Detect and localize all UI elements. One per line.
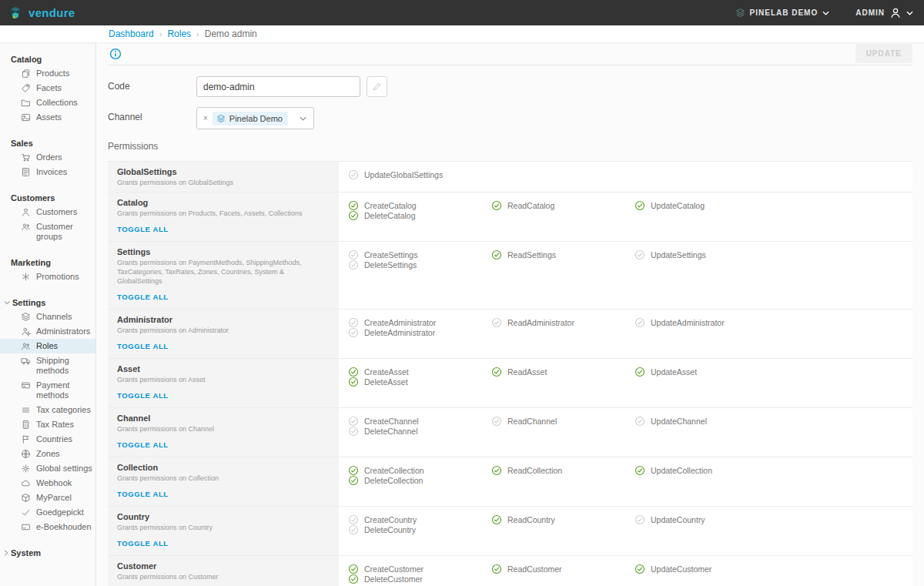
sidebar-section-header-system[interactable]: System bbox=[0, 546, 95, 560]
sidebar-item-facets[interactable]: Facets bbox=[0, 81, 95, 95]
permission-checkbox-readadministrator[interactable]: ReadAdministrator bbox=[491, 318, 634, 328]
permission-checkbox-createadministrator[interactable]: CreateAdministrator bbox=[348, 318, 491, 328]
select-caret-icon bbox=[300, 116, 306, 121]
toggle-all-button[interactable]: TOGGLE ALL bbox=[117, 293, 169, 301]
permission-checkbox-updatesettings[interactable]: UpdateSettings bbox=[634, 250, 778, 260]
permission-checkbox-updatecountry[interactable]: UpdateCountry bbox=[634, 515, 778, 525]
sidebar-item-shipping-methods[interactable]: Shipping methods bbox=[0, 353, 95, 378]
permission-checkbox-label: ReadAsset bbox=[507, 367, 547, 377]
sidebar-item-tax-categories[interactable]: Tax categories bbox=[0, 403, 95, 417]
sidebar-item-roles[interactable]: Roles bbox=[0, 339, 95, 353]
circle-check-icon bbox=[348, 377, 359, 387]
edit-code-button[interactable] bbox=[367, 76, 387, 97]
permission-checkbox-updatechannel[interactable]: UpdateChannel bbox=[634, 417, 778, 427]
remove-channel-icon[interactable]: × bbox=[201, 113, 210, 123]
permission-checkbox-createcatalog[interactable]: CreateCatalog bbox=[348, 201, 491, 211]
breadcrumb: Dashboard › Roles › Demo admin bbox=[0, 25, 924, 42]
permission-checkbox-updateasset[interactable]: UpdateAsset bbox=[634, 367, 778, 377]
permission-checkbox-createsettings[interactable]: CreateSettings bbox=[348, 250, 491, 260]
update-button[interactable]: UPDATE bbox=[855, 44, 912, 63]
vendure-logo[interactable]: vendure bbox=[8, 5, 75, 21]
breadcrumb-roles[interactable]: Roles bbox=[167, 28, 191, 39]
permission-checkbox-readsettings[interactable]: ReadSettings bbox=[491, 250, 634, 260]
sidebar-item-assets[interactable]: Assets bbox=[0, 110, 95, 125]
permission-checkbox-deletecollection[interactable]: DeleteCollection bbox=[348, 476, 491, 486]
sidebar-item-global-settings[interactable]: Global settings bbox=[0, 461, 95, 476]
permission-row-settings: SettingsGrants permissions on PaymentMet… bbox=[108, 242, 912, 310]
permission-checkbox-readcountry[interactable]: ReadCountry bbox=[491, 515, 634, 525]
sidebar-item-e-boekhouden[interactable]: e-Boekhouden bbox=[0, 520, 95, 534]
permission-checkbox-deleteasset[interactable]: DeleteAsset bbox=[348, 377, 491, 387]
permission-checkbox-readchannel[interactable]: ReadChannel bbox=[491, 417, 634, 427]
chevron-down-icon bbox=[4, 300, 10, 305]
permission-checkbox-readasset[interactable]: ReadAsset bbox=[491, 367, 634, 377]
permission-checkbox-createcustomer[interactable]: CreateCustomer bbox=[348, 564, 491, 574]
channel-chip: Pinelab Demo bbox=[213, 112, 288, 126]
toggle-all-button[interactable]: TOGGLE ALL bbox=[117, 225, 169, 233]
permission-checkbox-readcollection[interactable]: ReadCollection bbox=[491, 466, 634, 476]
permission-checkbox-deleteadministrator[interactable]: DeleteAdministrator bbox=[348, 328, 491, 338]
permission-description: Grants permissions on PaymentMethods, Sh… bbox=[117, 258, 330, 286]
circle-check-icon bbox=[348, 514, 359, 525]
permission-checkbox-deletecustomer[interactable]: DeleteCustomer bbox=[348, 574, 491, 584]
permission-checkbox-deletesettings[interactable]: DeleteSettings bbox=[348, 260, 491, 270]
toggle-all-button[interactable]: TOGGLE ALL bbox=[117, 391, 169, 400]
permission-checkbox-createchannel[interactable]: CreateChannel bbox=[348, 417, 491, 427]
permission-checkbox-createcountry[interactable]: CreateCountry bbox=[348, 515, 491, 525]
user-gear-icon bbox=[21, 326, 31, 337]
sidebar-item-promotions[interactable]: Promotions bbox=[0, 270, 95, 284]
permission-checkbox-updateglobalsettings[interactable]: UpdateGlobalSettings bbox=[348, 170, 491, 180]
breadcrumb-separator: › bbox=[159, 29, 162, 39]
sidebar-item-countries[interactable]: Countries bbox=[0, 432, 95, 447]
toggle-all-button[interactable]: TOGGLE ALL bbox=[117, 440, 169, 449]
permission-row-administrator: AdministratorGrants permissions on Admin… bbox=[108, 310, 912, 359]
sidebar-item-administrators[interactable]: Administrators bbox=[0, 324, 95, 339]
sidebar-item-orders[interactable]: Orders bbox=[0, 150, 95, 165]
permission-row-collection: CollectionGrants permissions on Collecti… bbox=[108, 457, 912, 507]
sidebar-item-webhook[interactable]: Webhook bbox=[0, 476, 95, 491]
user-avatar-icon bbox=[889, 7, 902, 19]
user-menu[interactable]: ADMIN bbox=[855, 7, 913, 19]
sidebar-item-invoices[interactable]: Invoices bbox=[0, 165, 95, 179]
permission-checkbox-deletechannel[interactable]: DeleteChannel bbox=[348, 427, 491, 437]
sidebar-item-collections[interactable]: Collections bbox=[0, 95, 95, 110]
channel-select[interactable]: × Pinelab Demo bbox=[196, 107, 314, 129]
sidebar-item-goedgepickt[interactable]: Goedgepickt bbox=[0, 505, 95, 520]
permission-checkbox-deletecatalog[interactable]: DeleteCatalog bbox=[348, 211, 491, 221]
permission-row-info: AssetGrants permissions on AssetTOGGLE A… bbox=[108, 359, 339, 407]
circle-check-icon bbox=[634, 564, 645, 574]
permission-checkbox-updatecustomer[interactable]: UpdateCustomer bbox=[634, 564, 778, 574]
code-input[interactable] bbox=[196, 76, 360, 97]
permission-checkbox-readcustomer[interactable]: ReadCustomer bbox=[491, 564, 634, 574]
permission-checkbox-deletecountry[interactable]: DeleteCountry bbox=[348, 525, 491, 535]
toggle-all-button[interactable]: TOGGLE ALL bbox=[117, 539, 169, 547]
circle-check-icon bbox=[348, 327, 359, 338]
permission-checkbox-updatecollection[interactable]: UpdateCollection bbox=[634, 466, 778, 476]
sidebar-item-payment-methods[interactable]: Payment methods bbox=[0, 378, 95, 403]
toggle-all-button[interactable]: TOGGLE ALL bbox=[117, 490, 169, 498]
sidebar-item-label: Shipping methods bbox=[36, 356, 92, 376]
sidebar-section-header-settings[interactable]: Settings bbox=[0, 296, 95, 310]
sidebar-item-customers[interactable]: Customers bbox=[0, 205, 95, 219]
circle-check-icon bbox=[634, 317, 645, 328]
sidebar-item-channels[interactable]: Channels bbox=[0, 310, 95, 324]
breadcrumb-dashboard[interactable]: Dashboard bbox=[109, 28, 154, 39]
channel-switcher[interactable]: PINELAB DEMO bbox=[735, 8, 830, 18]
truck-icon bbox=[21, 356, 31, 366]
permission-name: Channel bbox=[117, 414, 330, 423]
sidebar-item-products[interactable]: Products bbox=[0, 66, 95, 81]
permission-checkbox-createasset[interactable]: CreateAsset bbox=[348, 367, 491, 377]
sidebar-item-customer-groups[interactable]: Customer groups bbox=[0, 219, 95, 244]
permission-name: Settings bbox=[117, 247, 330, 256]
sidebar-item-myparcel[interactable]: MyParcel bbox=[0, 491, 95, 505]
sidebar-item-zones[interactable]: Zones bbox=[0, 447, 95, 461]
toggle-all-button[interactable]: TOGGLE ALL bbox=[117, 342, 169, 350]
permission-checkbox-updatecatalog[interactable]: UpdateCatalog bbox=[634, 201, 778, 211]
circle-check-icon bbox=[348, 426, 359, 437]
sidebar-item-tax-rates[interactable]: Tax Rates bbox=[0, 417, 95, 432]
info-icon[interactable] bbox=[108, 46, 123, 62]
sidebar-item-label: Products bbox=[36, 69, 69, 79]
permission-checkbox-readcatalog[interactable]: ReadCatalog bbox=[491, 201, 634, 211]
permission-checkbox-updateadministrator[interactable]: UpdateAdministrator bbox=[634, 318, 778, 328]
permission-checkbox-createcollection[interactable]: CreateCollection bbox=[348, 466, 491, 476]
